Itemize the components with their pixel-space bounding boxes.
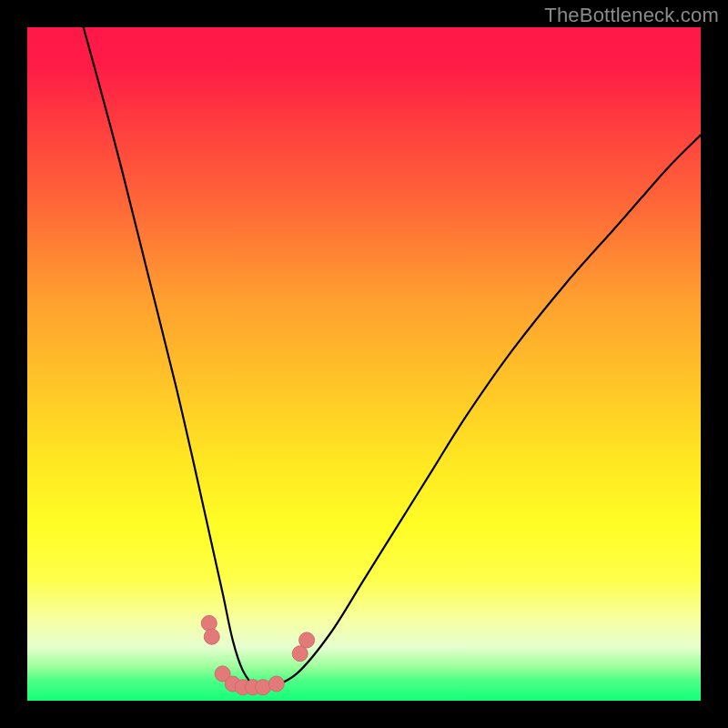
chart-frame: TheBottleneck.com [0,0,728,728]
plot-area [27,27,701,701]
watermark-text: TheBottleneck.com [544,4,719,27]
